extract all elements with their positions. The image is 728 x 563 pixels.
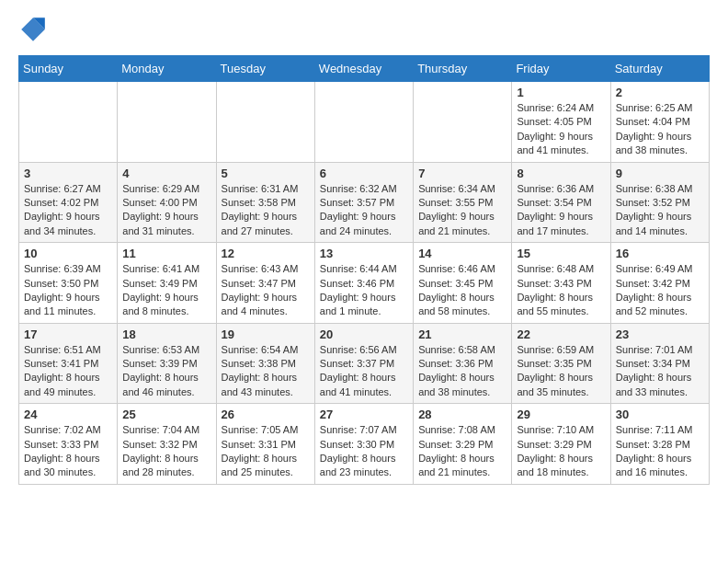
day-of-week-header: Wednesday bbox=[314, 56, 413, 82]
day-info: Sunrise: 7:10 AMSunset: 3:29 PMDaylight:… bbox=[517, 423, 605, 480]
calendar-cell: 29Sunrise: 7:10 AMSunset: 3:29 PMDayligh… bbox=[512, 404, 610, 485]
calendar-cell: 3Sunrise: 6:27 AMSunset: 4:02 PMDaylight… bbox=[19, 162, 118, 243]
calendar-cell: 16Sunrise: 6:49 AMSunset: 3:42 PMDayligh… bbox=[610, 243, 709, 324]
day-info: Sunrise: 6:41 AMSunset: 3:49 PMDaylight:… bbox=[122, 262, 210, 319]
logo-icon bbox=[18, 15, 48, 44]
day-info: Sunrise: 7:01 AMSunset: 3:34 PMDaylight:… bbox=[616, 343, 704, 400]
day-info: Sunrise: 6:38 AMSunset: 3:52 PMDaylight:… bbox=[616, 182, 704, 239]
calendar-cell bbox=[216, 82, 314, 163]
day-number: 6 bbox=[320, 167, 408, 180]
header bbox=[18, 15, 710, 44]
calendar-cell: 14Sunrise: 6:46 AMSunset: 3:45 PMDayligh… bbox=[414, 243, 512, 324]
calendar-cell: 27Sunrise: 7:07 AMSunset: 3:30 PMDayligh… bbox=[314, 404, 413, 485]
calendar-week-row: 17Sunrise: 6:51 AMSunset: 3:41 PMDayligh… bbox=[19, 323, 710, 404]
calendar-cell: 17Sunrise: 6:51 AMSunset: 3:41 PMDayligh… bbox=[19, 323, 118, 404]
day-info: Sunrise: 6:44 AMSunset: 3:46 PMDaylight:… bbox=[320, 262, 408, 319]
calendar-cell: 9Sunrise: 6:38 AMSunset: 3:52 PMDaylight… bbox=[610, 162, 709, 243]
day-number: 18 bbox=[122, 327, 210, 341]
calendar-cell: 4Sunrise: 6:29 AMSunset: 4:00 PMDaylight… bbox=[118, 162, 216, 243]
calendar-cell bbox=[414, 82, 512, 163]
calendar-cell: 26Sunrise: 7:05 AMSunset: 3:31 PMDayligh… bbox=[216, 404, 314, 485]
day-info: Sunrise: 6:32 AMSunset: 3:57 PMDaylight:… bbox=[320, 182, 408, 239]
day-info: Sunrise: 6:31 AMSunset: 3:58 PMDaylight:… bbox=[222, 182, 310, 239]
calendar-cell: 15Sunrise: 6:48 AMSunset: 3:43 PMDayligh… bbox=[512, 243, 610, 324]
day-number: 28 bbox=[418, 408, 506, 421]
day-number: 23 bbox=[616, 327, 704, 341]
day-number: 3 bbox=[24, 167, 112, 180]
day-number: 29 bbox=[517, 408, 605, 421]
day-info: Sunrise: 6:56 AMSunset: 3:37 PMDaylight:… bbox=[320, 343, 408, 400]
day-info: Sunrise: 6:51 AMSunset: 3:41 PMDaylight:… bbox=[24, 343, 112, 400]
day-info: Sunrise: 7:02 AMSunset: 3:33 PMDaylight:… bbox=[24, 423, 112, 480]
calendar-week-row: 10Sunrise: 6:39 AMSunset: 3:50 PMDayligh… bbox=[19, 243, 710, 324]
day-info: Sunrise: 6:59 AMSunset: 3:35 PMDaylight:… bbox=[517, 343, 605, 400]
calendar-cell: 1Sunrise: 6:24 AMSunset: 4:05 PMDaylight… bbox=[512, 82, 610, 163]
day-of-week-header: Saturday bbox=[610, 56, 709, 82]
calendar: SundayMondayTuesdayWednesdayThursdayFrid… bbox=[18, 55, 710, 485]
day-info: Sunrise: 6:36 AMSunset: 3:54 PMDaylight:… bbox=[517, 182, 605, 239]
day-number: 1 bbox=[517, 86, 605, 99]
day-info: Sunrise: 7:11 AMSunset: 3:28 PMDaylight:… bbox=[616, 423, 704, 480]
calendar-cell: 21Sunrise: 6:58 AMSunset: 3:36 PMDayligh… bbox=[414, 323, 512, 404]
calendar-cell: 25Sunrise: 7:04 AMSunset: 3:32 PMDayligh… bbox=[118, 404, 216, 485]
day-info: Sunrise: 6:34 AMSunset: 3:55 PMDaylight:… bbox=[418, 182, 506, 239]
calendar-cell: 8Sunrise: 6:36 AMSunset: 3:54 PMDaylight… bbox=[512, 162, 610, 243]
calendar-cell: 18Sunrise: 6:53 AMSunset: 3:39 PMDayligh… bbox=[118, 323, 216, 404]
calendar-cell: 23Sunrise: 7:01 AMSunset: 3:34 PMDayligh… bbox=[610, 323, 709, 404]
day-number: 11 bbox=[122, 247, 210, 260]
day-number: 8 bbox=[517, 167, 605, 180]
day-number: 30 bbox=[616, 408, 704, 421]
day-info: Sunrise: 6:29 AMSunset: 4:00 PMDaylight:… bbox=[122, 182, 210, 239]
day-number: 19 bbox=[222, 327, 310, 341]
logo bbox=[18, 15, 53, 44]
day-info: Sunrise: 6:58 AMSunset: 3:36 PMDaylight:… bbox=[418, 343, 506, 400]
day-info: Sunrise: 7:07 AMSunset: 3:30 PMDaylight:… bbox=[320, 423, 408, 480]
day-number: 5 bbox=[222, 167, 310, 180]
day-info: Sunrise: 7:08 AMSunset: 3:29 PMDaylight:… bbox=[418, 423, 506, 480]
day-info: Sunrise: 6:43 AMSunset: 3:47 PMDaylight:… bbox=[222, 262, 310, 319]
day-of-week-header: Friday bbox=[512, 56, 610, 82]
calendar-cell: 19Sunrise: 6:54 AMSunset: 3:38 PMDayligh… bbox=[216, 323, 314, 404]
calendar-cell bbox=[118, 82, 216, 163]
day-info: Sunrise: 6:53 AMSunset: 3:39 PMDaylight:… bbox=[122, 343, 210, 400]
day-info: Sunrise: 6:46 AMSunset: 3:45 PMDaylight:… bbox=[418, 262, 506, 319]
day-number: 12 bbox=[222, 247, 310, 260]
calendar-cell: 6Sunrise: 6:32 AMSunset: 3:57 PMDaylight… bbox=[314, 162, 413, 243]
day-number: 4 bbox=[122, 167, 210, 180]
calendar-week-row: 3Sunrise: 6:27 AMSunset: 4:02 PMDaylight… bbox=[19, 162, 710, 243]
day-of-week-header: Sunday bbox=[19, 56, 118, 82]
day-number: 25 bbox=[122, 408, 210, 421]
calendar-cell: 5Sunrise: 6:31 AMSunset: 3:58 PMDaylight… bbox=[216, 162, 314, 243]
day-of-week-header: Monday bbox=[118, 56, 216, 82]
day-number: 14 bbox=[418, 247, 506, 260]
calendar-cell: 7Sunrise: 6:34 AMSunset: 3:55 PMDaylight… bbox=[414, 162, 512, 243]
day-number: 22 bbox=[517, 327, 605, 341]
day-number: 13 bbox=[320, 247, 408, 260]
calendar-cell: 12Sunrise: 6:43 AMSunset: 3:47 PMDayligh… bbox=[216, 243, 314, 324]
day-info: Sunrise: 6:25 AMSunset: 4:04 PMDaylight:… bbox=[616, 101, 704, 158]
calendar-cell: 22Sunrise: 6:59 AMSunset: 3:35 PMDayligh… bbox=[512, 323, 610, 404]
day-number: 10 bbox=[24, 247, 112, 260]
day-info: Sunrise: 6:39 AMSunset: 3:50 PMDaylight:… bbox=[24, 262, 112, 319]
day-info: Sunrise: 6:24 AMSunset: 4:05 PMDaylight:… bbox=[517, 101, 605, 158]
calendar-cell bbox=[314, 82, 413, 163]
calendar-cell: 20Sunrise: 6:56 AMSunset: 3:37 PMDayligh… bbox=[314, 323, 413, 404]
day-number: 21 bbox=[418, 327, 506, 341]
day-number: 20 bbox=[320, 327, 408, 341]
calendar-cell: 13Sunrise: 6:44 AMSunset: 3:46 PMDayligh… bbox=[314, 243, 413, 324]
day-info: Sunrise: 6:27 AMSunset: 4:02 PMDaylight:… bbox=[24, 182, 112, 239]
day-number: 26 bbox=[222, 408, 310, 421]
day-number: 9 bbox=[616, 167, 704, 180]
day-number: 27 bbox=[320, 408, 408, 421]
calendar-cell: 11Sunrise: 6:41 AMSunset: 3:49 PMDayligh… bbox=[118, 243, 216, 324]
calendar-cell: 24Sunrise: 7:02 AMSunset: 3:33 PMDayligh… bbox=[19, 404, 118, 485]
calendar-cell: 10Sunrise: 6:39 AMSunset: 3:50 PMDayligh… bbox=[19, 243, 118, 324]
day-number: 7 bbox=[418, 167, 506, 180]
day-number: 24 bbox=[24, 408, 112, 421]
calendar-cell: 28Sunrise: 7:08 AMSunset: 3:29 PMDayligh… bbox=[414, 404, 512, 485]
day-info: Sunrise: 7:05 AMSunset: 3:31 PMDaylight:… bbox=[222, 423, 310, 480]
calendar-week-row: 24Sunrise: 7:02 AMSunset: 3:33 PMDayligh… bbox=[19, 404, 710, 485]
calendar-cell: 30Sunrise: 7:11 AMSunset: 3:28 PMDayligh… bbox=[610, 404, 709, 485]
calendar-cell: 2Sunrise: 6:25 AMSunset: 4:04 PMDaylight… bbox=[610, 82, 709, 163]
day-number: 2 bbox=[616, 86, 704, 99]
